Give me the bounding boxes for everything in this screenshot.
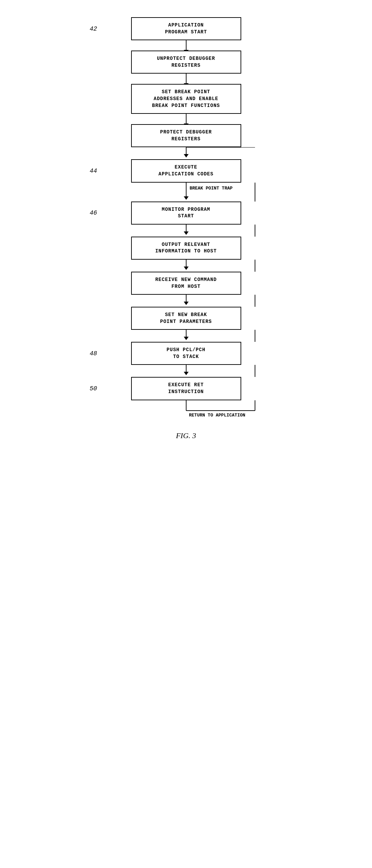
svg-marker-4 xyxy=(184,196,189,200)
svg-marker-14 xyxy=(184,302,189,305)
node-set-break-wrapper: SET BREAK POINTADDRESSES AND ENABLEBREAK… xyxy=(83,84,289,114)
label-44: 44 xyxy=(90,167,97,174)
node-unprotect-wrapper: UNPROTECT DEBUGGERREGISTERS xyxy=(83,51,289,74)
arrow-after-set-new xyxy=(83,330,289,342)
node-execute-app-wrapper: 44 EXECUTEAPPLICATION CODES xyxy=(83,159,289,182)
label-50: 50 xyxy=(90,385,97,392)
svg-marker-20 xyxy=(184,372,189,375)
arrow-3 xyxy=(186,114,187,124)
node-set-new-break-wrapper: SET NEW BREAKPOINT PARAMETERS xyxy=(83,307,289,330)
arrow-set-new-svg xyxy=(83,330,289,342)
flowchart: 42 APPLICATIONPROGRAM START UNPROTECT DE… xyxy=(83,17,289,421)
svg-marker-11 xyxy=(184,267,189,270)
svg-marker-17 xyxy=(184,337,189,340)
arrow-receive-svg xyxy=(83,295,289,307)
box-execute-app: EXECUTEAPPLICATION CODES xyxy=(131,159,241,182)
label-46: 46 xyxy=(90,209,97,216)
diagram-container: 42 APPLICATIONPROGRAM START UNPROTECT DE… xyxy=(83,7,289,440)
svg-marker-1 xyxy=(184,154,189,158)
node-app-start-wrapper: 42 APPLICATIONPROGRAM START xyxy=(83,17,289,40)
figure-label: FIG. 3 xyxy=(176,431,196,440)
box-unprotect: UNPROTECT DEBUGGERREGISTERS xyxy=(131,51,241,74)
node-execute-ret-wrapper: 50 EXECUTE RETINSTRUCTION xyxy=(83,377,289,400)
box-protect: PROTECT DEBUGGERREGISTERS xyxy=(131,124,241,147)
node-push-pcl-wrapper: 48 PUSH PCL/PCHTO STACK xyxy=(83,342,289,365)
feedback-line-top xyxy=(83,147,289,159)
box-output-info: OUTPUT RELEVANTINFORMATION TO HOST xyxy=(131,237,241,260)
arrow-output-svg xyxy=(83,260,289,272)
arrow-monitor-svg xyxy=(83,225,289,237)
svg-text:BREAK POINT TRAP: BREAK POINT TRAP xyxy=(190,186,233,191)
arrow-2 xyxy=(186,74,187,84)
box-monitor-start: MONITOR PROGRAMSTART xyxy=(131,202,241,225)
node-protect-wrapper: PROTECT DEBUGGERREGISTERS xyxy=(83,124,289,147)
return-svg: RETURN TO APPLICATION xyxy=(83,400,289,421)
feedback-entry-area xyxy=(83,147,289,159)
box-receive-cmd: RECEIVE NEW COMMANDFROM HOST xyxy=(131,272,241,295)
node-monitor-wrapper: 46 MONITOR PROGRAMSTART xyxy=(83,202,289,225)
label-48: 48 xyxy=(90,350,97,357)
box-app-start: APPLICATIONPROGRAM START xyxy=(131,17,241,40)
node-output-info-wrapper: OUTPUT RELEVANTINFORMATION TO HOST xyxy=(83,237,289,260)
arrow-after-receive xyxy=(83,295,289,307)
box-set-new-break: SET NEW BREAKPOINT PARAMETERS xyxy=(131,307,241,330)
arrow-1 xyxy=(186,40,187,51)
svg-text:RETURN TO APPLICATION: RETURN TO APPLICATION xyxy=(189,413,245,418)
arrow-push-svg xyxy=(83,365,289,377)
label-42: 42 xyxy=(90,25,97,32)
box-push-pcl: PUSH PCL/PCHTO STACK xyxy=(131,342,241,365)
arrow-after-push xyxy=(83,365,289,377)
return-area: RETURN TO APPLICATION xyxy=(83,400,289,421)
arrow-after-monitor xyxy=(83,225,289,237)
break-point-trap-area: BREAK POINT TRAP xyxy=(83,183,289,202)
node-receive-cmd-wrapper: RECEIVE NEW COMMANDFROM HOST xyxy=(83,272,289,295)
box-execute-ret: EXECUTE RETINSTRUCTION xyxy=(131,377,241,400)
arrow-after-output xyxy=(83,260,289,272)
break-point-trap-svg: BREAK POINT TRAP xyxy=(83,183,289,202)
svg-marker-8 xyxy=(184,231,189,235)
box-set-break: SET BREAK POINTADDRESSES AND ENABLEBREAK… xyxy=(131,84,241,114)
